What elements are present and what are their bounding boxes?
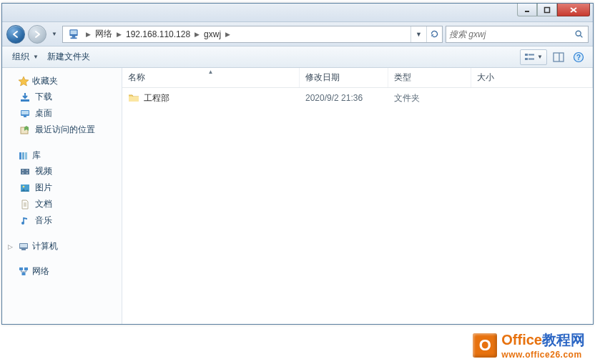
breadcrumb-sep-icon[interactable]: ▶ [115, 31, 123, 38]
documents-icon [19, 199, 31, 210]
sidebar-item-label: 最近访问的位置 [35, 124, 95, 136]
column-date[interactable]: 修改日期 [300, 68, 388, 87]
column-name[interactable]: 名称 ▲ [122, 68, 300, 87]
help-button[interactable]: ? [570, 49, 587, 65]
organize-button[interactable]: 组织 ▼ [8, 49, 43, 65]
toolbar: 组织 ▼ 新建文件夹 ▼ ? [2, 46, 593, 68]
sidebar-item-computer[interactable]: ▷ 计算机 [5, 239, 119, 254]
search-icon[interactable] [571, 29, 588, 39]
svg-text:?: ? [576, 54, 581, 62]
svg-point-36 [21, 222, 24, 225]
column-size[interactable]: 大小 [471, 68, 593, 87]
address-dropdown-icon[interactable]: ▼ [410, 26, 426, 42]
svg-rect-40 [19, 267, 23, 270]
chevron-down-icon: ▼ [537, 54, 543, 60]
sidebar-item-label: 音乐 [35, 215, 52, 227]
music-icon [19, 215, 31, 227]
svg-rect-42 [22, 272, 26, 275]
pictures-icon [19, 182, 31, 194]
forward-button[interactable] [28, 25, 46, 44]
sidebar-item-recent[interactable]: 最近访问的位置 [5, 122, 119, 138]
sidebar-item-label: 桌面 [35, 107, 52, 119]
sort-asc-icon: ▲ [208, 69, 214, 75]
sidebar-item-pictures[interactable]: 图片 [5, 179, 119, 196]
sidebar-favorites-header[interactable]: 收藏夹 [5, 74, 119, 89]
nav-history-dropdown[interactable]: ▼ [49, 26, 59, 42]
sidebar-favorites-group: 收藏夹 下载 桌面 最近访问的位置 [5, 74, 119, 138]
svg-rect-1 [545, 7, 550, 12]
breadcrumb-segment[interactable]: gxwj [201, 26, 224, 42]
back-button[interactable] [6, 25, 25, 44]
sidebar-item-label: 下载 [35, 91, 52, 103]
file-type: 文件夹 [388, 92, 471, 104]
svg-rect-21 [24, 116, 26, 117]
svg-rect-12 [525, 58, 528, 60]
watermark-url: www.office26.com [501, 350, 585, 360]
search-box[interactable] [446, 26, 589, 43]
sidebar-item-downloads[interactable]: 下载 [5, 89, 119, 105]
sidebar-item-label: 网络 [32, 265, 49, 277]
svg-rect-7 [71, 37, 77, 39]
sidebar-libraries-label: 库 [32, 149, 41, 162]
breadcrumb-segment[interactable]: 网络 [92, 26, 115, 42]
svg-rect-5 [71, 30, 77, 34]
watermark-logo-icon: O [473, 333, 497, 358]
svg-rect-43 [129, 97, 139, 102]
disclosure-icon: ▷ [8, 243, 15, 250]
sidebar-computer-group: ▷ 计算机 [5, 239, 119, 254]
recent-icon [19, 124, 31, 136]
sidebar-item-network[interactable]: 网络 [5, 264, 119, 279]
downloads-icon [19, 92, 31, 103]
sidebar-item-label: 文档 [35, 198, 52, 210]
file-name: 工程部 [144, 92, 169, 104]
breadcrumb-segment[interactable]: 192.168.110.128 [123, 26, 193, 42]
svg-rect-20 [21, 111, 29, 114]
video-icon [19, 166, 31, 177]
sidebar-item-label: 视频 [35, 165, 52, 177]
breadcrumb-sep-icon[interactable]: ▶ [84, 31, 92, 38]
svg-rect-14 [554, 53, 564, 62]
sidebar: 收藏夹 下载 桌面 最近访问的位置 [2, 68, 122, 324]
breadcrumb-sep-icon[interactable]: ▶ [224, 31, 232, 38]
svg-rect-38 [20, 244, 27, 247]
svg-rect-13 [528, 58, 534, 59]
svg-point-28 [22, 172, 24, 174]
body: 收藏夹 下载 桌面 最近访问的位置 [2, 68, 593, 324]
close-button[interactable] [557, 4, 590, 16]
preview-pane-button[interactable] [550, 49, 567, 65]
search-input[interactable] [446, 29, 571, 39]
explorer-window: ▼ ▶ 网络 ▶ 192.168.110.128 ▶ gxwj ▶ ▼ [1, 3, 594, 325]
file-row[interactable]: 工程部 2020/9/2 21:36 文件夹 [122, 88, 593, 105]
svg-point-27 [22, 169, 24, 171]
navigation-row: ▼ ▶ 网络 ▶ 192.168.110.128 ▶ gxwj ▶ ▼ [2, 22, 593, 46]
view-options-button[interactable]: ▼ [520, 49, 547, 65]
breadcrumb-sep-icon[interactable]: ▶ [193, 31, 201, 38]
svg-rect-11 [528, 54, 534, 55]
refresh-button[interactable] [426, 26, 442, 42]
svg-rect-18 [21, 99, 29, 102]
sidebar-libraries-header[interactable]: 库 [5, 148, 119, 163]
organize-label: 组织 [12, 51, 29, 63]
column-headers: 名称 ▲ 修改日期 类型 大小 [122, 68, 593, 88]
watermark-title: Office教程网 [501, 330, 585, 350]
sidebar-item-videos[interactable]: 视频 [5, 163, 119, 179]
titlebar [2, 4, 593, 22]
new-folder-button[interactable]: 新建文件夹 [43, 49, 94, 65]
sidebar-item-documents[interactable]: 文档 [5, 196, 119, 212]
maximize-button[interactable] [537, 4, 557, 16]
content-area: 名称 ▲ 修改日期 类型 大小 工程部 2020/9/2 21:36 文件夹 [122, 68, 593, 324]
computer-icon [18, 241, 29, 252]
sidebar-item-music[interactable]: 音乐 [5, 212, 119, 229]
svg-rect-39 [21, 249, 26, 250]
chevron-down-icon: ▼ [33, 54, 39, 60]
svg-rect-24 [22, 152, 24, 159]
minimize-button[interactable] [517, 4, 537, 16]
svg-rect-10 [525, 54, 528, 56]
column-type[interactable]: 类型 [388, 68, 471, 87]
sidebar-item-desktop[interactable]: 桌面 [5, 105, 119, 122]
folder-icon [128, 92, 139, 104]
favorites-icon [18, 76, 29, 87]
svg-line-9 [580, 35, 582, 37]
sidebar-item-label: 计算机 [32, 240, 58, 252]
address-bar[interactable]: ▶ 网络 ▶ 192.168.110.128 ▶ gxwj ▶ ▼ [62, 26, 443, 43]
